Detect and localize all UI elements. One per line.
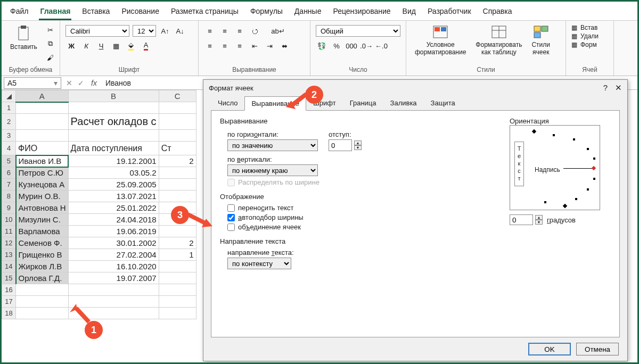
tab-view[interactable]: Вид [402,5,417,20]
cell[interactable] [159,261,196,272]
format-painter-button[interactable]: 🖌 [45,52,56,63]
enter-icon[interactable]: ✓ [75,79,87,87]
cell[interactable]: Жирков Л.В [16,261,69,272]
cell[interactable]: Варламова [16,226,69,237]
deg-up[interactable]: ▲ [535,215,543,220]
cell[interactable]: 27.02.2004 [68,249,159,261]
row-header[interactable]: 5 [2,155,16,167]
degrees-input[interactable] [510,214,533,225]
row-header[interactable]: 4 [2,142,16,155]
row-header[interactable]: 9 [2,202,16,214]
delete-cells-button[interactable]: ▦ Удали [571,32,608,40]
formula-value[interactable]: Иванов [101,79,135,87]
row-header[interactable]: 16 [2,284,16,296]
cell[interactable] [159,272,196,284]
inc-decimal-button[interactable]: .0→ [361,40,372,52]
cell[interactable]: 30.01.2002 [68,237,159,249]
cell[interactable]: Мурин О.В. [16,191,69,202]
cell[interactable]: 24.04.2018 [68,214,159,226]
tab-help[interactable]: Справка [482,5,513,20]
cell[interactable]: 25.09.2005 [68,179,159,191]
cell[interactable] [159,167,196,179]
align-left-button[interactable]: ≡ [204,40,216,52]
paste-button[interactable]: Вставить [7,23,40,53]
wrap-text-checkbox[interactable] [227,204,235,212]
row-header[interactable]: 17 [2,296,16,308]
format-as-table-button[interactable]: Форматировать как таблицу [472,23,525,58]
insert-cells-button[interactable]: ▦ Встав [571,24,608,31]
ok-button[interactable]: OK [528,343,571,355]
close-icon[interactable]: ✕ [615,83,622,93]
deg-down[interactable]: ▼ [535,220,543,225]
cell[interactable]: 19.12.2001 [68,155,159,167]
row-header[interactable]: 8 [2,191,16,202]
text-direction-select[interactable]: по контексту [227,258,291,269]
tab-formulas[interactable]: Формулы [249,5,284,20]
grow-font-button[interactable]: A↑ [159,25,171,37]
header-cell[interactable]: Ст [159,142,196,155]
cell[interactable]: Петров С.Ю [16,167,69,179]
merge-button[interactable]: ⬌ [278,40,290,52]
wrap-text-button[interactable]: ab↵ [272,25,284,37]
shrink-font-button[interactable]: A↓ [174,25,186,37]
row-header[interactable]: 12 [2,237,16,249]
tab-fill[interactable]: Заливка [383,96,424,110]
row-header[interactable]: 18 [2,308,16,319]
tab-number[interactable]: Число [211,96,244,110]
top-align-button[interactable]: ≡ [204,25,216,37]
cell[interactable]: Семенов Ф. [16,237,69,249]
fill-color-button[interactable]: ⬙ [125,40,137,52]
tab-file[interactable]: Файл [9,5,29,20]
percent-button[interactable]: % [331,40,342,52]
cell[interactable]: Грищенко В [16,249,69,261]
middle-align-button[interactable]: ≡ [219,25,231,37]
tab-layout[interactable]: Разметка страницы [170,5,240,20]
cell[interactable]: Мизулин С. [16,214,69,226]
name-box[interactable]: A5▾ [4,77,61,89]
align-center-button[interactable]: ≡ [219,40,231,52]
tab-border[interactable]: Граница [343,96,383,110]
tab-review[interactable]: Рецензирование [332,5,391,20]
border-button[interactable]: ▦ [110,40,122,52]
cell[interactable]: Орлова Г.Д. [16,272,69,284]
cell[interactable]: 25.01.2022 [68,202,159,214]
cell[interactable]: 2 [159,237,196,249]
number-format-select[interactable]: Общий [316,25,400,37]
row-header[interactable]: 2 [2,114,16,130]
row-header[interactable]: 7 [2,179,16,191]
cell[interactable] [159,191,196,202]
vert-align-select[interactable]: по нижнему краю [227,164,318,176]
font-size-select[interactable]: 12 [133,25,156,37]
row-header[interactable]: 10 [2,214,16,226]
cell[interactable]: 1 [159,249,196,261]
help-icon[interactable]: ? [603,83,608,93]
row-header[interactable]: 3 [2,130,16,142]
row-header[interactable]: 6 [2,167,16,179]
accounting-button[interactable]: 💱 [316,40,327,52]
tab-insert[interactable]: Вставка [81,5,111,20]
cell[interactable]: Кузнецова А [16,179,69,191]
select-all-corner[interactable]: ◢ [2,90,16,102]
indent-up[interactable]: ▲ [354,140,362,145]
horiz-align-select[interactable]: по значению [227,139,318,151]
col-header-a[interactable]: A [16,90,69,102]
cell[interactable]: Антовнова Н [16,202,69,214]
row-header[interactable]: 15 [2,272,16,284]
orientation-button[interactable]: ⭯ [249,25,260,37]
cell-styles-button[interactable]: Стили ячеек [528,23,553,58]
cell[interactable]: 03.05.2 [68,167,159,179]
row-header[interactable]: 1 [2,102,16,114]
cell[interactable]: 2 [159,155,196,167]
header-cell[interactable]: ФИО [16,142,69,155]
indent-input[interactable] [329,139,352,151]
tab-protection[interactable]: Защита [424,96,462,110]
underline-button[interactable]: Ч [95,40,107,52]
fx-icon[interactable]: fx [87,79,101,87]
cell[interactable]: Иванов И.В [16,155,69,167]
font-color-button[interactable]: A [140,40,152,52]
header-cell[interactable]: Дата поступления [68,142,159,155]
row-header[interactable]: 11 [2,226,16,237]
cut-button[interactable]: ✂ [45,24,56,36]
dec-decimal-button[interactable]: ←.0 [375,40,387,52]
merge-cells-checkbox[interactable] [227,224,235,231]
